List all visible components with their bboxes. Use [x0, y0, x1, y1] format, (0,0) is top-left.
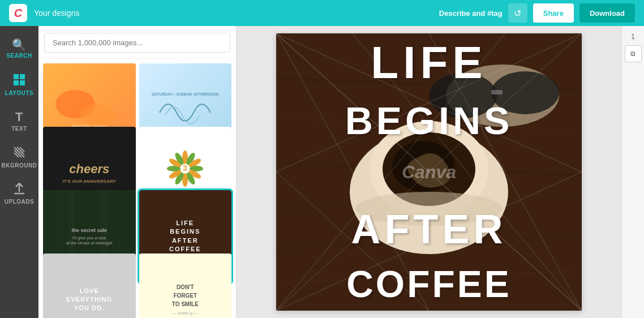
search-icon: 🔍 — [12, 39, 27, 50]
page-number: 1 — [629, 31, 637, 43]
canvas-text-life: LIFE — [276, 40, 582, 85]
svg-rect-1 — [20, 74, 25, 79]
canva-logo-icon: C — [9, 4, 27, 22]
sidebar-label-uploads: UPLOADS — [5, 199, 34, 205]
main-content: 🔍 SEARCH LAYOUTS T TEXT BKGRO — [0, 26, 644, 318]
layouts-icon — [13, 74, 25, 88]
page-title: Your designs — [34, 8, 79, 18]
sidebar-label-background: BKGROUND — [2, 162, 37, 169]
text-icon: T — [15, 111, 23, 123]
sidebar-item-uploads[interactable]: UPLOADS — [2, 177, 36, 210]
sidebar-item-text[interactable]: T TEXT — [2, 104, 36, 138]
header: C Your designs Describe and #tag ↺ Share… — [0, 0, 644, 26]
copy-page-button[interactable]: ⧉ — [625, 45, 642, 62]
template-panel: PRIVATE DINING SATURDAY • SUNDAY AFTERNO… — [38, 26, 237, 318]
sidebar-item-search[interactable]: 🔍 SEARCH — [2, 32, 36, 66]
describe-tag-button[interactable]: Describe and #tag — [439, 9, 503, 18]
canvas-area: LIFE BEGINS AFTER COFFEE Canva — [237, 26, 621, 318]
search-bar — [38, 26, 236, 59]
sidebar-label-search: SEARCH — [6, 53, 32, 59]
download-button[interactable]: Download — [579, 3, 635, 23]
template-card-smile[interactable]: DON'TFORGETTO SMILE— smile ly — — [139, 253, 232, 318]
sidebar-item-layouts[interactable]: LAYOUTS — [2, 68, 36, 102]
uploads-icon — [13, 182, 25, 196]
sidebar-item-background[interactable]: BKGROUND — [2, 140, 36, 174]
canvas-text-begins: BEGINS — [276, 101, 582, 140]
sidebar-label-text: TEXT — [11, 126, 27, 132]
svg-rect-43 — [491, 90, 503, 94]
svg-text:3: 3 — [183, 164, 187, 173]
undo-button[interactable]: ↺ — [508, 3, 527, 23]
undo-icon: ↺ — [514, 8, 521, 19]
sidebar-label-layouts: LAYOUTS — [5, 90, 33, 96]
background-icon — [13, 146, 25, 160]
canva-c-letter: C — [14, 7, 22, 20]
template-art-smile: DON'TFORGETTO SMILE— smile ly — — [139, 253, 232, 318]
header-actions: Describe and #tag ↺ Share Download — [439, 3, 635, 23]
svg-text:SATURDAY • SUNDAY AFTERNOON: SATURDAY • SUNDAY AFTERNOON — [152, 92, 219, 96]
template-card-love[interactable]: LOVEEVERYTHINGYOU DO. — [43, 253, 136, 318]
design-canvas[interactable]: LIFE BEGINS AFTER COFFEE Canva — [276, 33, 582, 311]
canvas-background: LIFE BEGINS AFTER COFFEE Canva — [276, 33, 582, 311]
right-panel: 1 ⧉ — [621, 26, 644, 318]
svg-rect-2 — [14, 80, 19, 85]
svg-point-11 — [81, 104, 115, 127]
canvas-text-after: AFTER — [276, 209, 582, 250]
canvas-text-coffee: COFFEE — [276, 265, 582, 303]
template-art-love: LOVEEVERYTHINGYOU DO. — [43, 253, 136, 318]
svg-rect-3 — [20, 80, 25, 85]
copy-icon: ⧉ — [630, 50, 636, 58]
canva-logo[interactable]: C — [9, 4, 27, 22]
sidebar: 🔍 SEARCH LAYOUTS T TEXT BKGRO — [0, 26, 38, 318]
share-button[interactable]: Share — [533, 3, 574, 23]
svg-rect-0 — [14, 74, 19, 79]
search-input[interactable] — [44, 33, 230, 53]
template-grid: PRIVATE DINING SATURDAY • SUNDAY AFTERNO… — [38, 59, 236, 318]
